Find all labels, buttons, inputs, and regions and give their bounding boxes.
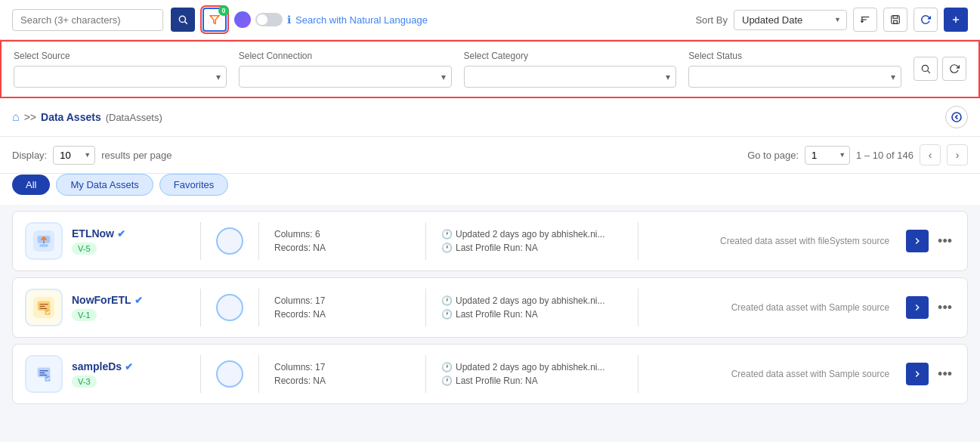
source-filter-label: Select Source [14, 51, 227, 61]
svg-rect-7 [893, 16, 898, 19]
table-row: sampleDs ✔ V-3 Columns: 17 Records: NA 🕐… [12, 344, 968, 404]
natural-language-toggle[interactable] [255, 13, 283, 26]
asset-update: 🕐 Updated 2 days ago by abhishek.ni... 🕐… [441, 229, 623, 253]
asset-version: V-1 [72, 309, 97, 321]
tab-all[interactable]: All [12, 175, 50, 195]
verified-icon: ✔ [125, 361, 133, 372]
home-icon[interactable]: ⌂ [12, 110, 20, 124]
filter-icon [209, 14, 220, 25]
now-icon [33, 297, 54, 318]
svg-rect-6 [892, 16, 900, 24]
info-icon: ℹ [287, 14, 291, 26]
asset-version: V-5 [72, 243, 97, 255]
avatar [234, 11, 251, 28]
breadcrumb-separator: >> [24, 111, 36, 123]
table-row: ETLNow ✔ V-5 Columns: 6 Records: NA 🕐 Up… [12, 211, 968, 271]
divider [638, 355, 638, 393]
status-select[interactable] [688, 66, 901, 88]
svg-rect-29 [45, 376, 50, 382]
profile-run-text: 🕐 Last Profile Run: NA [441, 243, 623, 253]
search-button[interactable] [171, 8, 195, 32]
asset-update: 🕐 Updated 2 days ago by abhishek.ni... 🕐… [441, 295, 623, 320]
asset-description: Created data asset with fileSystem sourc… [654, 236, 897, 246]
connection-filter-group: Select Connection [239, 51, 452, 88]
filter-search-button[interactable] [914, 57, 938, 81]
next-page-button[interactable]: › [947, 144, 968, 165]
tab-favorites[interactable]: Favorites [159, 174, 228, 196]
records-count: Records: NA [274, 243, 410, 253]
sort-order-button[interactable] [853, 8, 877, 32]
asset-actions: ••• [906, 363, 955, 385]
svg-point-11 [922, 65, 928, 71]
chevron-right-icon [912, 236, 923, 246]
svg-marker-2 [210, 16, 219, 24]
updated-text: 🕐 Updated 2 days ago by abhishek.ni... [441, 295, 623, 306]
profile-icon: 🕐 [441, 309, 453, 320]
search-input[interactable] [12, 9, 163, 31]
status-select-wrap [688, 66, 901, 88]
filter-actions [914, 57, 966, 82]
add-button[interactable] [944, 8, 968, 32]
clock-icon: 🕐 [441, 362, 453, 372]
divider [425, 289, 426, 326]
svg-rect-23 [45, 310, 50, 315]
prev-page-button[interactable]: ‹ [920, 144, 941, 165]
asset-circle-badge [216, 360, 243, 388]
asset-name: sampleDs ✔ [72, 360, 185, 372]
connection-select[interactable] [239, 66, 452, 88]
category-filter-label: Select Category [464, 51, 677, 61]
svg-point-13 [952, 113, 961, 122]
asset-actions: ••• [906, 296, 955, 319]
svg-rect-25 [38, 368, 51, 378]
search-icon [178, 14, 188, 25]
page-input[interactable]: 1 [805, 146, 850, 165]
results-per-page-text: results per page [101, 150, 172, 161]
tab-my-assets[interactable]: My Data Assets [56, 174, 153, 196]
refresh-button[interactable] [914, 8, 938, 32]
table-row: NowForETL ✔ V-1 Columns: 17 Records: NA … [12, 277, 968, 338]
divider [425, 355, 426, 393]
category-filter-group: Select Category [464, 51, 677, 88]
category-select[interactable] [464, 66, 677, 88]
asset-name: NowForETL ✔ [72, 294, 185, 306]
filter-button[interactable]: 0 [202, 8, 227, 32]
top-bar: 0 ℹ Search with Natural Language Sort By… [0, 0, 980, 40]
view-asset-button[interactable] [906, 363, 929, 385]
divider [258, 222, 259, 260]
asset-meta: Columns: 17 Records: NA [274, 362, 410, 386]
clock-icon: 🕐 [441, 229, 453, 240]
sort-order-icon [860, 14, 870, 25]
sort-select[interactable]: Updated Date Name Created Date [734, 10, 847, 30]
save-view-button[interactable] [883, 8, 907, 32]
filter-badge: 0 [218, 5, 229, 16]
filter-reset-button[interactable] [942, 57, 966, 81]
natural-language-label[interactable]: Search with Natural Language [295, 14, 428, 26]
filter-bar: Select Source Select Connection Select C… [0, 40, 980, 98]
page-size-select[interactable]: 10 25 50 100 [53, 146, 95, 165]
more-options-button[interactable]: ••• [935, 363, 955, 385]
asset-name: ETLNow ✔ [72, 227, 185, 240]
sort-section: Sort By Updated Date Name Created Date [695, 8, 968, 32]
back-button[interactable] [945, 106, 968, 128]
source-filter-group: Select Source [14, 51, 227, 88]
records-count: Records: NA [274, 309, 410, 320]
divider [258, 355, 259, 393]
asset-version: V-3 [72, 376, 97, 388]
view-asset-button[interactable] [906, 230, 929, 252]
source-select[interactable] [14, 66, 227, 88]
columns-count: Columns: 6 [274, 229, 410, 240]
more-options-button[interactable]: ••• [935, 297, 955, 319]
profile-run-text: 🕐 Last Profile Run: NA [441, 309, 623, 320]
etl-icon [33, 230, 54, 252]
view-asset-button[interactable] [906, 296, 929, 319]
breadcrumb-bar: ⌂ >> Data Assets (DataAssets) [0, 98, 980, 137]
more-options-button[interactable]: ••• [935, 230, 955, 252]
asset-name-text: sampleDs [72, 360, 122, 372]
asset-circle-badge [216, 227, 243, 255]
asset-icon-nowforetl [25, 289, 63, 326]
display-label: Display: [12, 150, 47, 161]
back-icon [951, 111, 963, 123]
asset-info-nowforetl: NowForETL ✔ V-1 [72, 294, 185, 321]
connection-filter-label: Select Connection [239, 51, 452, 61]
divider [200, 222, 201, 260]
